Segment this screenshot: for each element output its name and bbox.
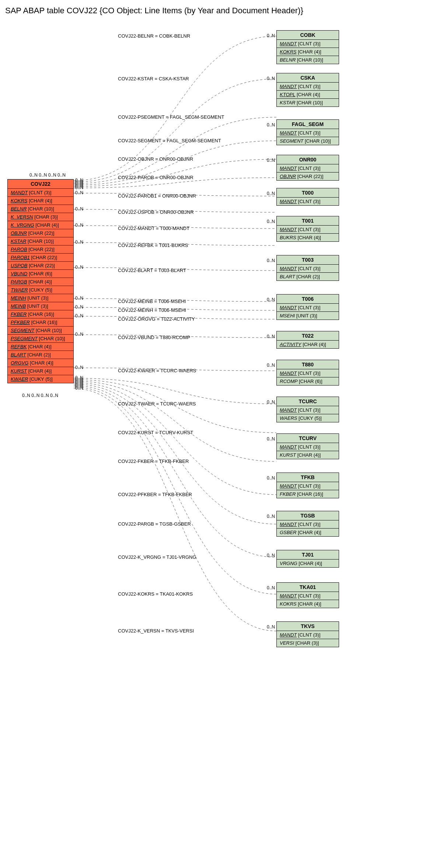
related-table-tcurc: TCURCMANDT [CLNT (3)]WAERS [CUKY (5)]	[276, 397, 339, 422]
cardinality-label: 0..N	[75, 386, 83, 391]
cardinality-label: 0..N	[267, 297, 275, 302]
related-table-header: ONR00	[277, 155, 339, 164]
related-field-row: BELNR [CHAR (10)]	[277, 56, 339, 64]
related-field-row: KSTAR [CHAR (10)]	[277, 99, 339, 107]
related-field-row: MANDT [CLNT (3)]	[277, 369, 339, 377]
related-field-row: BUKRS [CHAR (4)]	[277, 234, 339, 241]
main-field-row: OBJNR [CHAR (22)]	[8, 229, 73, 237]
related-field-row: RCOMP [CHAR (6)]	[277, 377, 339, 385]
related-field-row: MANDT [CLNT (3)]	[277, 198, 339, 205]
relation-label: COVJ22-ORGVG = T022-ACTIVITY	[118, 316, 195, 322]
related-field-row: GSBER [CHAR (4)]	[277, 529, 339, 536]
main-field-row: BELNR [CHAR (10)]	[8, 205, 73, 213]
cardinality-label: 0..N	[267, 363, 275, 368]
relation-label: COVJ22-BELNR = COBK-BELNR	[118, 33, 190, 39]
cardinality-cluster-bottom: 0..N 0..N 0..N 0..N	[22, 393, 58, 398]
related-table-t001: T001MANDT [CLNT (3)]BUKRS [CHAR (4)]	[276, 216, 339, 242]
cardinality-label: 0..N	[75, 332, 83, 337]
related-table-tka01: TKA01MANDT [CLNT (3)]KOKRS [CHAR (4)]	[276, 582, 339, 608]
main-field-row: K_VERSN [CHAR (3)]	[8, 213, 73, 221]
relation-label: COVJ22-PSEGMENT = FAGL_SEGM-SEGMENT	[118, 114, 224, 120]
relation-label: COVJ22-BLART = T003-BLART	[118, 268, 186, 273]
related-table-header: TKA01	[277, 583, 339, 592]
related-table-header: TKVS	[277, 622, 339, 631]
cardinality-label: 0..N	[267, 624, 275, 630]
cardinality-label: 0..N	[267, 158, 275, 163]
cardinality-cluster-top: 0..N 0..N 0..N 0..N	[29, 172, 66, 178]
related-field-row: MANDT [CLNT (3)]	[277, 129, 339, 137]
cardinality-label: 0..N	[267, 553, 275, 558]
main-field-row: KSTAR [CHAR (10)]	[8, 237, 73, 245]
related-table-header: T880	[277, 360, 339, 369]
cardinality-label: 0..N	[267, 436, 275, 442]
relation-label: COVJ22-OBJNR = ONR00-OBJNR	[118, 156, 193, 162]
related-field-row: MANDT [CLNT (3)]	[277, 631, 339, 639]
relation-label: COVJ22-PAROB1 = ONR00-OBJNR	[118, 193, 196, 199]
cardinality-label: 0..N	[75, 206, 83, 212]
relation-label: COVJ22-K_VRGNG = TJ01-VRGNG	[118, 554, 196, 560]
connector-lines	[4, 21, 422, 861]
relation-label: COVJ22-VBUND = T880-RCOMP	[118, 335, 190, 340]
main-field-row: PSEGMENT [CHAR (10)]	[8, 335, 73, 343]
main-field-row: PFKBER [CHAR (16)]	[8, 318, 73, 327]
related-field-row: MANDT [CLNT (3)]	[277, 40, 339, 48]
related-field-row: BLART [CHAR (2)]	[277, 273, 339, 280]
related-table-tcurv: TCURVMANDT [CLNT (3)]KURST [CHAR (4)]	[276, 433, 339, 459]
relation-label: COVJ22-PFKBER = TFKB-FKBER	[118, 492, 192, 497]
related-table-cobk: COBKMANDT [CLNT (3)]KOKRS [CHAR (4)]BELN…	[276, 30, 339, 64]
cardinality-label: 0..N	[267, 514, 275, 519]
related-field-row: MANDT [CLNT (3)]	[277, 83, 339, 91]
main-table: COVJ22 MANDT [CLNT (3)]KOKRS [CHAR (4)]B…	[7, 179, 74, 383]
related-table-cska: CSKAMANDT [CLNT (3)]KTOPL [CHAR (4)]KSTA…	[276, 73, 339, 107]
main-field-row: K_VRGNG [CHAR (4)]	[8, 221, 73, 229]
main-field-row: BLART [CHAR (2)]	[8, 351, 73, 359]
related-table-t000: T000MANDT [CLNT (3)]	[276, 188, 339, 206]
relation-label: COVJ22-USPOB = ONR00-OBJNR	[118, 209, 194, 215]
main-field-row: KURST [CHAR (4)]	[8, 367, 73, 375]
related-table-header: T001	[277, 216, 339, 226]
related-table-t003: T003MANDT [CLNT (3)]BLART [CHAR (2)]	[276, 255, 339, 281]
related-table-tkvs: TKVSMANDT [CLNT (3)]VERSI [CHAR (3)]	[276, 621, 339, 647]
related-table-tj01: TJ01VRGNG [CHAR (4)]	[276, 550, 339, 568]
related-field-row: MANDT [CLNT (3)]	[277, 443, 339, 451]
related-field-row: MANDT [CLNT (3)]	[277, 304, 339, 312]
main-field-row: KWAER [CUKY (5)]	[8, 375, 73, 383]
cardinality-label: 0..N	[267, 475, 275, 481]
main-field-row: PAROB [CHAR (22)]	[8, 245, 73, 254]
cardinality-label: 0..N	[75, 313, 83, 318]
cardinality-label: 0..N	[267, 191, 275, 196]
related-field-row: VERSI [CHAR (3)]	[277, 639, 339, 647]
cardinality-label: 0..N	[75, 223, 83, 228]
cardinality-label: 0..N	[75, 185, 83, 190]
related-table-header: T000	[277, 188, 339, 198]
cardinality-label: 0..N	[75, 304, 83, 310]
cardinality-label: 0..N	[75, 190, 83, 195]
relation-label: COVJ22-MANDT = T000-MANDT	[118, 226, 189, 231]
related-field-row: VRGNG [CHAR (4)]	[277, 560, 339, 567]
related-table-tgsb: TGSBMANDT [CLNT (3)]GSBER [CHAR (4)]	[276, 511, 339, 537]
related-field-row: KTOPL [CHAR (4)]	[277, 91, 339, 99]
main-field-row: USPOB [CHAR (22)]	[8, 262, 73, 270]
main-field-row: MEINH [UNIT (3)]	[8, 294, 73, 302]
related-table-t022: T022ACTIVITY [CHAR (4)]	[276, 331, 339, 349]
page-title: SAP ABAP table COVJ22 {CO Object: Line I…	[5, 6, 418, 15]
related-table-header: TJ01	[277, 550, 339, 560]
main-field-row: VBUND [CHAR (6)]	[8, 270, 73, 278]
related-table-header: T006	[277, 294, 339, 304]
relation-label: COVJ22-FKBER = TFKB-FKBER	[118, 459, 189, 464]
related-field-row: KURST [CHAR (4)]	[277, 451, 339, 459]
main-field-row: MEINB [UNIT (3)]	[8, 302, 73, 310]
main-field-row: KOKRS [CHAR (4)]	[8, 197, 73, 205]
related-table-header: TGSB	[277, 511, 339, 520]
related-field-row: ACTIVITY [CHAR (4)]	[277, 341, 339, 348]
cardinality-label: 0..N	[267, 258, 275, 263]
related-field-row: WAERS [CUKY (5)]	[277, 414, 339, 422]
related-table-fagl_segm: FAGL_SEGMMANDT [CLNT (3)]SEGMENT [CHAR (…	[276, 119, 339, 145]
main-field-row: TWAER [CUKY (5)]	[8, 286, 73, 294]
main-field-row: SEGMENT [CHAR (10)]	[8, 327, 73, 335]
related-field-row: OBJNR [CHAR (22)]	[277, 172, 339, 180]
relation-label: COVJ22-PAROB = ONR00-OBJNR	[118, 175, 193, 180]
related-table-t006: T006MANDT [CLNT (3)]MSEHI [UNIT (3)]	[276, 294, 339, 320]
related-field-row: FKBER [CHAR (16)]	[277, 490, 339, 498]
related-table-header: T022	[277, 331, 339, 341]
